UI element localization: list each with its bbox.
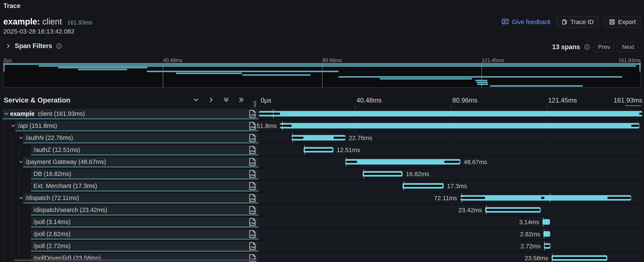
span-name-cell[interactable]: /api (151.8ms) LOG (0, 121, 259, 133)
indent-guide (11, 229, 12, 241)
log-icon[interactable]: LOG (249, 170, 256, 178)
indent-guide (3, 145, 4, 157)
indent-guide (3, 241, 4, 253)
chevron-down-icon[interactable] (11, 123, 16, 128)
span-gantt-cell[interactable]: 22.76ms (259, 133, 644, 145)
span-bar[interactable] (552, 255, 608, 261)
svg-text:LOG: LOG (250, 114, 255, 117)
span-row[interactable]: /dispatch (72.11ms) LOG 72.11ms (0, 193, 644, 205)
indent-guide (11, 157, 12, 169)
span-name-cell[interactable]: Ext. Merchant (17.3ms) LOG (0, 181, 259, 193)
span-name-cell[interactable]: DB (16.82ms) LOG (0, 169, 259, 181)
span-row[interactable]: Ext. Merchant (17.3ms) LOG 17.3ms (0, 181, 644, 193)
span-row[interactable]: /payment Gateway (48.67ms) LOG 48.67ms (0, 157, 644, 169)
span-bar[interactable] (345, 159, 460, 164)
span-name-label: /api (151.8ms) (18, 122, 57, 129)
span-name-cell[interactable]: /poll (3.14ms) LOG (0, 217, 259, 229)
log-icon[interactable]: LOG (249, 182, 256, 190)
indent-guide (3, 169, 4, 181)
span-duration-label: 22.76ms (349, 134, 372, 142)
span-name-cell[interactable]: /dispatch (72.11ms) LOG (0, 193, 259, 205)
span-row[interactable]: /authN (22.76ms) LOG 22.76ms (0, 133, 644, 145)
span-row[interactable]: exampleclient (161.93ms) LOG (0, 109, 644, 121)
span-gantt-cell[interactable]: 23.42ms (259, 205, 644, 217)
span-gantt-cell[interactable]: 2.72ms (259, 241, 644, 253)
chevron-down-icon[interactable] (18, 159, 24, 164)
span-row[interactable]: /api (151.8ms) LOG 151.8ms (0, 121, 644, 133)
span-row[interactable]: /dispatch/search (23.42ms) LOG 23.42ms (0, 205, 644, 217)
log-event-marker (462, 193, 462, 202)
indent-guide (3, 121, 4, 133)
log-icon[interactable]: LOG (249, 194, 256, 202)
span-color-underline (23, 167, 258, 167)
horizontal-scrollbar[interactable] (14, 260, 257, 261)
log-event-marker (552, 253, 552, 262)
indent-guide (3, 133, 4, 145)
span-name-cell[interactable]: /poll (2.82ms) LOG (0, 229, 259, 241)
span-gantt-cell[interactable]: 17.3ms (259, 181, 644, 193)
span-bar[interactable] (460, 195, 631, 200)
log-icon[interactable]: LOG (249, 134, 256, 142)
log-icon[interactable]: LOG (249, 158, 256, 166)
svg-text:LOG: LOG (250, 222, 255, 225)
span-bar[interactable] (544, 243, 550, 249)
span-duration-label: 3.14ms (519, 219, 539, 226)
log-event-marker (282, 121, 283, 130)
span-duration-label: 16.82ms (406, 171, 429, 178)
critical-path-segment (460, 197, 485, 199)
indent-guide (3, 157, 4, 169)
indent-guide (18, 217, 20, 229)
span-name-cell[interactable]: /authZ (12.51ms) LOG (0, 145, 259, 157)
span-bar[interactable] (292, 135, 346, 140)
log-icon[interactable]: LOG (249, 230, 256, 238)
span-bar[interactable] (259, 111, 642, 116)
span-row[interactable]: /authZ (12.51ms) LOG 12.51ms (0, 145, 644, 157)
log-icon[interactable]: LOG (249, 110, 256, 118)
svg-text:LOG: LOG (250, 162, 255, 165)
span-gantt-cell[interactable]: 12.51ms (259, 145, 644, 157)
svg-text:LOG: LOG (250, 174, 255, 177)
critical-path-segment (541, 197, 544, 199)
svg-text:LOG: LOG (250, 246, 255, 249)
span-name-cell[interactable]: /dispatch/search (23.42ms) LOG (0, 205, 259, 217)
span-row[interactable]: DB (16.82ms) LOG 16.82ms (0, 169, 644, 181)
span-bar[interactable] (544, 231, 550, 237)
chevron-down-icon[interactable] (18, 195, 24, 200)
svg-text:LOG: LOG (250, 150, 255, 153)
span-bar[interactable] (280, 123, 639, 128)
span-row[interactable]: /poll (3.14ms) LOG 3.14ms (0, 217, 644, 229)
span-bar[interactable] (363, 171, 402, 176)
log-icon[interactable]: LOG (249, 242, 256, 250)
span-gantt-cell[interactable]: 72.11ms (259, 193, 644, 205)
span-duration-label: 23.42ms (458, 207, 482, 214)
chevron-down-icon[interactable] (18, 135, 24, 140)
span-gantt-cell[interactable]: 3.14ms (259, 217, 644, 229)
span-name-cell[interactable]: /payment Gateway (48.67ms) LOG (0, 157, 259, 169)
span-name-label: exampleclient (161.93ms) (10, 110, 85, 117)
span-row[interactable]: /poll (2.72ms) LOG 2.72ms (0, 241, 644, 253)
span-gantt-cell[interactable]: 151.8ms (259, 121, 644, 133)
span-name-cell[interactable]: /authN (22.76ms) LOG (0, 133, 259, 145)
chevron-down-icon[interactable] (4, 111, 9, 116)
span-color-underline (23, 142, 258, 143)
span-name-cell[interactable]: /poll (2.72ms) LOG (0, 241, 259, 253)
log-icon[interactable]: LOG (249, 146, 256, 154)
span-name-label: /dispatch/search (23.42ms) (34, 206, 107, 214)
span-gantt-cell[interactable]: 16.82ms (259, 169, 644, 181)
span-bar[interactable] (485, 207, 541, 213)
span-bar[interactable] (402, 183, 444, 188)
span-gantt-cell[interactable] (259, 109, 644, 121)
span-gantt-cell[interactable]: 2.82ms (259, 229, 644, 241)
span-gantt-cell[interactable]: 48.67ms (259, 157, 644, 169)
indent-guide (11, 145, 12, 157)
span-gantt-cell[interactable]: 23.58ms (259, 253, 644, 262)
span-name-cell[interactable]: exampleclient (161.93ms) LOG (0, 109, 259, 121)
log-icon[interactable]: LOG (249, 218, 256, 226)
log-event-marker (292, 133, 293, 142)
indent-guide (18, 241, 20, 253)
span-bar[interactable] (542, 219, 550, 225)
span-row[interactable]: /poll (2.82ms) LOG 2.82ms (0, 229, 644, 241)
span-duration-label: 48.67ms (464, 159, 487, 166)
span-bar[interactable] (304, 147, 333, 152)
log-icon[interactable]: LOG (249, 206, 256, 214)
